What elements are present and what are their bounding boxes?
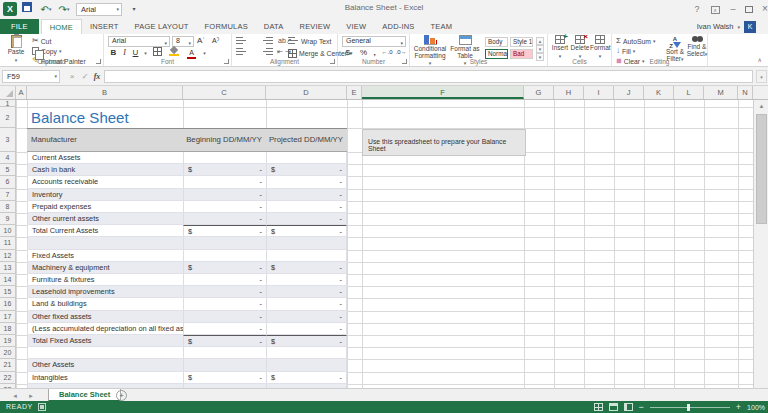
cell-D20[interactable] bbox=[266, 347, 347, 358]
cell-D3[interactable]: Projected DD/MM/YY bbox=[266, 129, 347, 151]
row-header-15[interactable]: 15 bbox=[0, 286, 15, 298]
zoom-percentage[interactable]: 100% bbox=[747, 404, 765, 411]
minimize-button[interactable]: – bbox=[726, 2, 740, 16]
column-header-H[interactable]: H bbox=[554, 86, 584, 99]
cell-B16[interactable]: Land & buildings bbox=[27, 298, 183, 309]
cell-B4[interactable]: Current Assets bbox=[27, 152, 183, 163]
cell-C21[interactable] bbox=[183, 359, 266, 370]
ribbon-tab-home[interactable]: HOME bbox=[41, 19, 82, 34]
cell-D8[interactable]: - bbox=[266, 201, 347, 212]
cell-B7[interactable]: Inventory bbox=[27, 189, 183, 200]
user-account[interactable]: Ivan Walsh ▾ K bbox=[697, 19, 756, 34]
cell-B20[interactable] bbox=[27, 347, 183, 358]
formula-input[interactable] bbox=[104, 70, 753, 83]
insert-function-button[interactable]: fx bbox=[91, 70, 103, 83]
cell-D7[interactable]: - bbox=[266, 189, 347, 200]
align-center-icon[interactable] bbox=[249, 48, 260, 56]
percent-button[interactable]: % bbox=[358, 47, 369, 58]
cell-C22[interactable]: $- bbox=[183, 372, 266, 383]
page-break-view-button[interactable] bbox=[624, 403, 633, 411]
restore-button[interactable] bbox=[742, 2, 756, 16]
cell-D12[interactable] bbox=[266, 250, 347, 261]
alignment-dialog-launcher[interactable] bbox=[330, 59, 335, 64]
expand-formula-bar-button[interactable]: ▾ bbox=[756, 70, 767, 83]
row-header-22[interactable]: 22 bbox=[0, 372, 15, 384]
cell-D21[interactable] bbox=[266, 359, 347, 370]
cell-B21[interactable]: Other Assets bbox=[27, 359, 183, 370]
worksheet-grid[interactable]: 1234567891011121314151617181920212223 Ba… bbox=[0, 100, 768, 388]
font-color-button[interactable]: A bbox=[186, 47, 197, 58]
column-header-B[interactable]: B bbox=[27, 86, 183, 99]
row-header-12[interactable]: 12 bbox=[0, 250, 15, 262]
ribbon-display-options-button[interactable]: ∧ bbox=[708, 2, 722, 16]
copy-button[interactable]: Copy▾ bbox=[32, 46, 86, 56]
font-family-select[interactable]: Arial▾ bbox=[108, 36, 170, 47]
ribbon-tab-file[interactable]: FILE bbox=[0, 19, 39, 34]
cell-C20[interactable] bbox=[183, 347, 266, 358]
cell-B11[interactable] bbox=[27, 237, 183, 248]
cell-C15[interactable]: - bbox=[183, 286, 266, 297]
cell-C9[interactable]: - bbox=[183, 213, 266, 224]
qat-font-select[interactable]: Arial▾ bbox=[76, 3, 122, 16]
cell-C12[interactable] bbox=[183, 250, 266, 261]
ribbon-tab-formulas[interactable]: FORMULAS bbox=[197, 19, 256, 34]
italic-button[interactable]: I bbox=[119, 47, 130, 58]
cell-D17[interactable]: - bbox=[266, 311, 347, 322]
row-header-18[interactable]: 18 bbox=[0, 323, 15, 335]
cell-B6[interactable]: Accounts receivable bbox=[27, 176, 183, 187]
collapse-ribbon-button[interactable]: ∧ bbox=[758, 56, 762, 63]
font-size-select[interactable]: 8▾ bbox=[172, 36, 194, 47]
row-header-5[interactable]: 5 bbox=[0, 164, 15, 176]
row-header-8[interactable]: 8 bbox=[0, 201, 15, 213]
align-middle-icon[interactable] bbox=[249, 37, 260, 45]
borders-button[interactable] bbox=[152, 47, 163, 58]
sheet-title-cell[interactable]: Balance Sheet bbox=[31, 107, 129, 128]
name-box[interactable]: F59▾ bbox=[2, 70, 60, 83]
row-header-4[interactable]: 4 bbox=[0, 152, 15, 164]
qat-customize-button[interactable]: ▾ bbox=[128, 2, 140, 16]
cell-C18[interactable]: - bbox=[183, 323, 266, 334]
cell-B12[interactable]: Fixed Assets bbox=[27, 250, 183, 261]
cell-C19[interactable]: $- bbox=[183, 335, 266, 346]
column-header-K[interactable]: K bbox=[644, 86, 674, 99]
cell-B14[interactable]: Furniture & fixtures bbox=[27, 274, 183, 285]
format-cells-button[interactable]: Format▾ bbox=[590, 35, 610, 59]
cell-C16[interactable]: - bbox=[183, 298, 266, 309]
cell-D16[interactable]: - bbox=[266, 298, 347, 309]
column-header-L[interactable]: L bbox=[674, 86, 704, 99]
row-header-19[interactable]: 19 bbox=[0, 335, 15, 347]
cell-B5[interactable]: Cash in bank bbox=[27, 164, 183, 175]
save-button[interactable] bbox=[21, 2, 33, 16]
row-header-17[interactable]: 17 bbox=[0, 311, 15, 323]
shrink-font-button[interactable]: Aˀ bbox=[212, 37, 219, 44]
cell-C11[interactable] bbox=[183, 237, 266, 248]
column-header-C[interactable]: C bbox=[183, 86, 266, 99]
cell-B22[interactable]: Intangibles bbox=[27, 372, 183, 383]
insert-cells-button[interactable]: + Insert▾ bbox=[550, 35, 570, 59]
row-header-2[interactable]: 2 bbox=[0, 107, 15, 128]
cell-D11[interactable] bbox=[266, 237, 347, 248]
row-header-1[interactable]: 1 bbox=[0, 100, 15, 107]
cell-C14[interactable]: - bbox=[183, 274, 266, 285]
column-header-N[interactable]: N bbox=[738, 86, 753, 99]
avatar[interactable]: K bbox=[744, 21, 756, 33]
fill-button[interactable]: ↓Fill▾ bbox=[616, 46, 655, 56]
cell-B10[interactable]: Total Current Assets bbox=[27, 225, 183, 236]
grow-font-button[interactable]: Aʾ bbox=[197, 36, 205, 45]
row-header-7[interactable]: 7 bbox=[0, 189, 15, 201]
normal-view-button[interactable] bbox=[594, 403, 603, 411]
decrease-indent-button[interactable]: ⇤ bbox=[277, 48, 283, 56]
cell-B15[interactable]: Leasehold improvements bbox=[27, 286, 183, 297]
increase-decimal-button[interactable]: ←.0 bbox=[380, 47, 394, 58]
ribbon-tab-add-ins[interactable]: ADD-INS bbox=[374, 19, 422, 34]
styles-scroll-down[interactable]: ▾ bbox=[536, 45, 544, 53]
cell-C8[interactable]: - bbox=[183, 201, 266, 212]
scrollbar-thumb[interactable] bbox=[756, 114, 767, 224]
cell-C17[interactable]: - bbox=[183, 311, 266, 322]
find-select-button[interactable]: Find & Select▾ bbox=[686, 35, 708, 57]
number-format-select[interactable]: General▾ bbox=[342, 36, 406, 47]
cell-B17[interactable]: Other fixed assets bbox=[27, 311, 183, 322]
column-header-D[interactable]: D bbox=[266, 86, 347, 99]
font-dialog-launcher[interactable] bbox=[224, 59, 229, 64]
row-header-13[interactable]: 13 bbox=[0, 262, 15, 274]
